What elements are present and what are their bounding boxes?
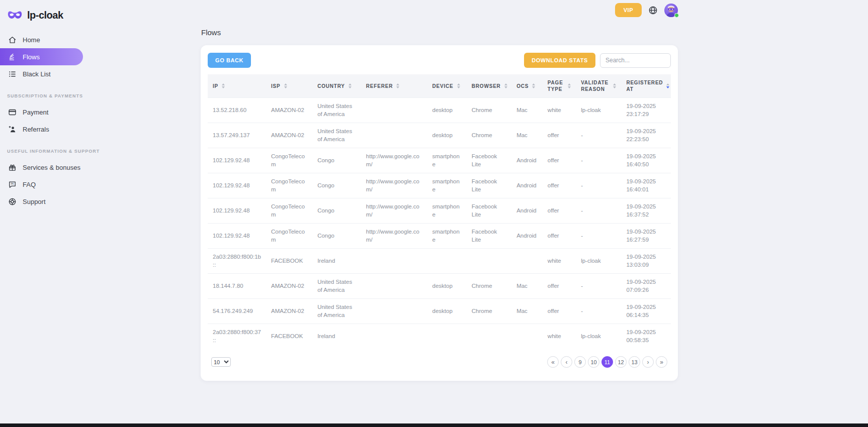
column-header-referer[interactable]: REFERER xyxy=(361,74,427,98)
cell-validate_reason: - xyxy=(576,198,621,224)
pagination-last[interactable]: » xyxy=(656,356,667,368)
cell-registered_at: 19-09-2025 23:17:29 xyxy=(621,98,671,123)
go-back-button[interactable]: GO BACK xyxy=(208,53,251,68)
cell-registered_at: 19-09-2025 16:40:01 xyxy=(621,173,671,198)
support-icon xyxy=(8,197,17,206)
cell-ocs: Mac xyxy=(511,123,543,148)
sidebar-item-label: Home xyxy=(23,36,40,44)
pagination: «‹910111213›» xyxy=(547,356,667,368)
cell-page_type: white xyxy=(543,249,576,274)
vip-button[interactable]: VIP xyxy=(615,3,642,17)
sidebar-item-services-bonuses[interactable]: Services & bonuses xyxy=(0,159,83,176)
sidebar-item-label: Services & bonuses xyxy=(23,164,80,171)
sidebar-item-label: FAQ xyxy=(23,181,36,188)
cell-browser: Chrome xyxy=(467,274,511,299)
cell-referer: http://www.google.com/ xyxy=(361,224,427,249)
cell-ip: 18.144.7.80 xyxy=(208,274,266,299)
column-header-isp[interactable]: ISP xyxy=(266,74,312,98)
cell-ocs: Mac xyxy=(511,274,543,299)
column-header-country[interactable]: COUNTRY xyxy=(312,74,361,98)
sidebar-item-payment[interactable]: Payment xyxy=(0,103,83,121)
cell-registered_at: 19-09-2025 07:09:26 xyxy=(621,274,671,299)
search-input[interactable] xyxy=(600,53,671,68)
table-row: 102.129.92.48CongoTelecomCongohttp://www… xyxy=(208,148,671,173)
cell-browser: Facebook Lite xyxy=(467,148,511,173)
cell-country: United States of America xyxy=(312,123,361,148)
column-header-page_type[interactable]: PAGE TYPE xyxy=(543,74,576,98)
pagination-page-13[interactable]: 13 xyxy=(629,356,640,368)
cell-validate_reason: lp-cloak xyxy=(576,324,621,349)
cell-ip: 13.57.249.137 xyxy=(208,123,266,148)
cell-page_type: offer xyxy=(543,224,576,249)
cell-referer: http://www.google.com/ xyxy=(361,198,427,224)
cell-ocs: Mac xyxy=(511,299,543,324)
avatar[interactable] xyxy=(664,4,678,17)
column-header-validate_reason[interactable]: VALIDATE REASON xyxy=(576,74,621,98)
cell-device: smartphone xyxy=(427,224,467,249)
cell-ip: 102.129.92.48 xyxy=(208,173,266,198)
sidebar-item-flows[interactable]: Flows xyxy=(0,48,83,65)
column-header-device[interactable]: DEVICE xyxy=(427,74,467,98)
sidebar-item-black-list[interactable]: Black List xyxy=(0,65,83,82)
card-footer: 10 «‹910111213›» xyxy=(208,356,671,368)
cell-ip: 13.52.218.60 xyxy=(208,98,266,123)
sidebar-item-faq[interactable]: ?!FAQ xyxy=(0,176,83,193)
cell-isp: CongoTelecom xyxy=(266,198,312,224)
cell-ocs: Mac xyxy=(511,98,543,123)
column-header-browser[interactable]: BROWSER xyxy=(467,74,511,98)
sidebar-item-support[interactable]: Support xyxy=(0,193,83,210)
table-body: 13.52.218.60AMAZON-02United States of Am… xyxy=(208,98,671,349)
pagination-first[interactable]: « xyxy=(547,356,559,368)
cell-ocs xyxy=(511,249,543,274)
cell-device: desktop xyxy=(427,299,467,324)
cell-registered_at: 19-09-2025 22:23:50 xyxy=(621,123,671,148)
cell-registered_at: 19-09-2025 16:37:52 xyxy=(621,198,671,224)
cell-ocs: Android xyxy=(511,148,543,173)
cell-ip: 102.129.92.48 xyxy=(208,198,266,224)
cell-browser xyxy=(467,249,511,274)
sidebar-item-home[interactable]: Home xyxy=(0,31,83,48)
pagination-page-10[interactable]: 10 xyxy=(588,356,599,368)
main-area: VIP Flows GO BACK xyxy=(83,0,868,381)
table-row: 54.176.249.249AMAZON-02United States of … xyxy=(208,299,671,324)
cell-referer xyxy=(361,274,427,299)
sort-icon xyxy=(396,83,399,88)
cell-isp: CongoTelecom xyxy=(266,148,312,173)
cell-ocs: Android xyxy=(511,173,543,198)
sidebar-item-label: Flows xyxy=(23,53,40,61)
payment-icon xyxy=(8,108,17,117)
pagination-prev[interactable]: ‹ xyxy=(561,356,572,368)
pagination-page-12[interactable]: 12 xyxy=(615,356,627,368)
sort-icon xyxy=(349,83,352,88)
column-header-registered_at[interactable]: REGISTERED AT xyxy=(621,74,671,98)
gift-icon xyxy=(8,163,17,172)
column-header-ocs[interactable]: OCS xyxy=(511,74,543,98)
sort-icon xyxy=(284,83,287,88)
sidebar-item-label: Referrals xyxy=(23,126,49,133)
cell-country: Congo xyxy=(312,224,361,249)
cell-validate_reason: lp-cloak xyxy=(576,249,621,274)
page-size-select[interactable]: 10 xyxy=(211,357,231,367)
sort-icon xyxy=(457,83,460,88)
sidebar-item-label: Black List xyxy=(23,70,51,78)
cell-ocs: Android xyxy=(511,224,543,249)
sort-icon xyxy=(613,83,616,88)
download-stats-button[interactable]: DOWNLOAD STATS xyxy=(524,53,595,68)
brand[interactable]: lp-cloak xyxy=(0,4,83,26)
sidebar: lp-cloak HomeFlowsBlack ListSUBSCRIPTION… xyxy=(0,0,83,427)
pagination-page-9[interactable]: 9 xyxy=(574,356,586,368)
pagination-next[interactable]: › xyxy=(642,356,654,368)
globe-icon[interactable] xyxy=(648,6,658,15)
cell-browser: Facebook Lite xyxy=(467,224,511,249)
sidebar-item-referrals[interactable]: Referrals xyxy=(0,121,83,138)
cell-page_type: offer xyxy=(543,299,576,324)
cell-referer xyxy=(361,249,427,274)
sort-icon xyxy=(504,83,507,88)
blacklist-icon xyxy=(8,70,17,78)
pagination-page-11[interactable]: 11 xyxy=(601,356,613,368)
cell-validate_reason: - xyxy=(576,123,621,148)
column-header-ip[interactable]: IP xyxy=(208,74,266,98)
cell-browser: Facebook Lite xyxy=(467,198,511,224)
cell-browser: Chrome xyxy=(467,98,511,123)
table-row: 13.52.218.60AMAZON-02United States of Am… xyxy=(208,98,671,123)
